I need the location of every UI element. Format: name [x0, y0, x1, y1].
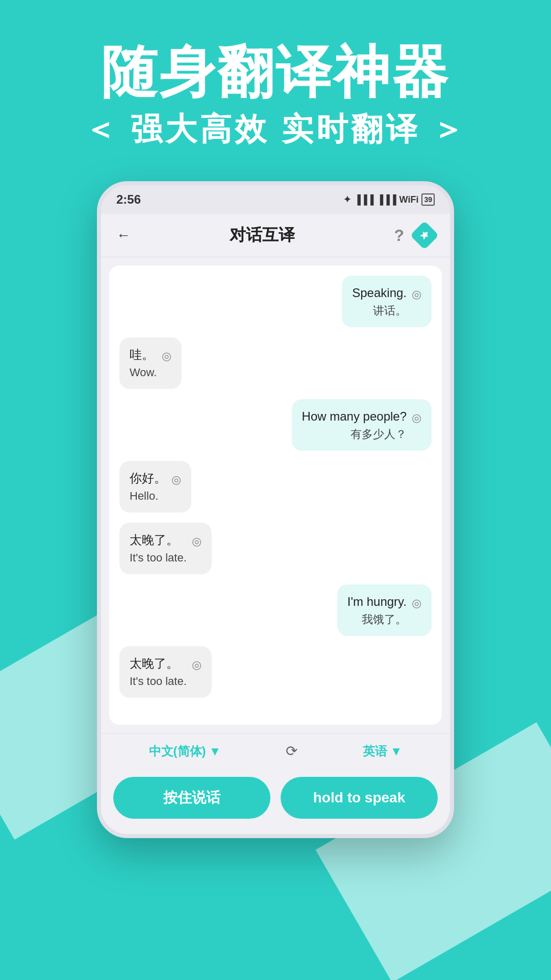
app-title: 对话互译 [230, 224, 295, 247]
message-row-6: ◎ I'm hungry. 我饿了。 [119, 584, 432, 636]
back-button[interactable]: ← [116, 227, 131, 243]
sound-icon-3[interactable]: ◎ [412, 409, 421, 426]
lang-left-label: 中文(简体) [149, 743, 206, 760]
speak-right-button[interactable]: hold to speak [281, 777, 438, 819]
sound-icon-1[interactable]: ◎ [412, 286, 421, 303]
msg-text-3: How many people? 有多少人？ [302, 407, 407, 443]
msg-text-5: 太晚了。 It's too late. [130, 531, 187, 566]
speak-left-button[interactable]: 按住说话 [113, 777, 270, 819]
sound-icon-2[interactable]: ◎ [162, 348, 171, 364]
phone-container: 2:56 ✦ ▐▐▐ ▐▐▐ WiFi 39 ← 对话互译 ? [0, 181, 551, 838]
msg-text-1: Speaking. 讲话。 [352, 284, 407, 319]
sound-icon-5[interactable]: ◎ [192, 533, 202, 550]
msg-text-4: 你好。 Hello. [130, 469, 166, 504]
bottom-buttons: 按住说话 hold to speak [101, 769, 450, 834]
app-header: ← 对话互译 ? [101, 214, 450, 257]
bluetooth-icon: ✦ [343, 194, 351, 205]
app-title-main: 随身翻译神器 [0, 41, 551, 103]
lang-right-button[interactable]: 英语 ▼ [363, 743, 403, 760]
message-row-4: 你好。 Hello. ◎ [119, 461, 432, 512]
sound-icon-6[interactable]: ◎ [412, 595, 421, 611]
app-title-sub: ＜ 强大高效 实时翻译 ＞ [0, 108, 551, 151]
wifi-icon: WiFi [399, 194, 419, 205]
signal-icon2: ▐▐▐ [377, 194, 396, 205]
help-button[interactable]: ? [394, 226, 404, 245]
lang-left-button[interactable]: 中文(简体) ▼ [149, 743, 221, 760]
language-bar: 中文(简体) ▼ ⟳ 英语 ▼ [101, 733, 450, 769]
status-icons: ✦ ▐▐▐ ▐▐▐ WiFi 39 [343, 193, 435, 206]
message-bubble-2: 哇。 Wow. ◎ [119, 337, 182, 389]
sound-icon-7[interactable]: ◎ [192, 656, 202, 673]
message-row-7: 太晚了。 It's too late. ◎ [119, 646, 432, 698]
lang-right-dropdown-icon: ▼ [390, 744, 403, 758]
message-row-1: ◎ Speaking. 讲话。 [119, 276, 432, 327]
message-row-3: ◎ How many people? 有多少人？ [119, 399, 432, 451]
message-bubble-1: ◎ Speaking. 讲话。 [342, 276, 432, 327]
message-row-5: 太晚了。 It's too late. ◎ [119, 523, 432, 574]
battery-icon: 39 [421, 193, 435, 206]
message-row-2: 哇。 Wow. ◎ [119, 337, 432, 389]
swap-languages-button[interactable]: ⟳ [286, 743, 297, 760]
msg-text-7: 太晚了。 It's too late. [130, 654, 187, 690]
msg-text-2: 哇。 Wow. [130, 346, 157, 381]
message-bubble-7: 太晚了。 It's too late. ◎ [119, 646, 212, 698]
status-time: 2:56 [116, 192, 141, 207]
msg-text-6: I'm hungry. 我饿了。 [347, 593, 407, 628]
message-bubble-3: ◎ How many people? 有多少人？ [292, 399, 432, 451]
lang-right-label: 英语 [363, 743, 387, 760]
status-bar: 2:56 ✦ ▐▐▐ ▐▐▐ WiFi 39 [101, 185, 450, 214]
phone-mockup: 2:56 ✦ ▐▐▐ ▐▐▐ WiFi 39 ← 对话互译 ? [97, 181, 454, 838]
message-bubble-4: 你好。 Hello. ◎ [119, 461, 191, 512]
pin-button[interactable] [410, 221, 439, 250]
lang-left-dropdown-icon: ▼ [209, 744, 221, 758]
header-icons: ? [394, 225, 435, 246]
message-bubble-6: ◎ I'm hungry. 我饿了。 [337, 584, 432, 636]
chat-area: ◎ Speaking. 讲话。 哇。 Wow. [109, 265, 442, 725]
sound-icon-4[interactable]: ◎ [171, 471, 181, 488]
signal-icon1: ▐▐▐ [354, 194, 373, 205]
header-section: 随身翻译神器 ＜ 强大高效 实时翻译 ＞ [0, 0, 551, 151]
message-bubble-5: 太晚了。 It's too late. ◎ [119, 523, 212, 574]
